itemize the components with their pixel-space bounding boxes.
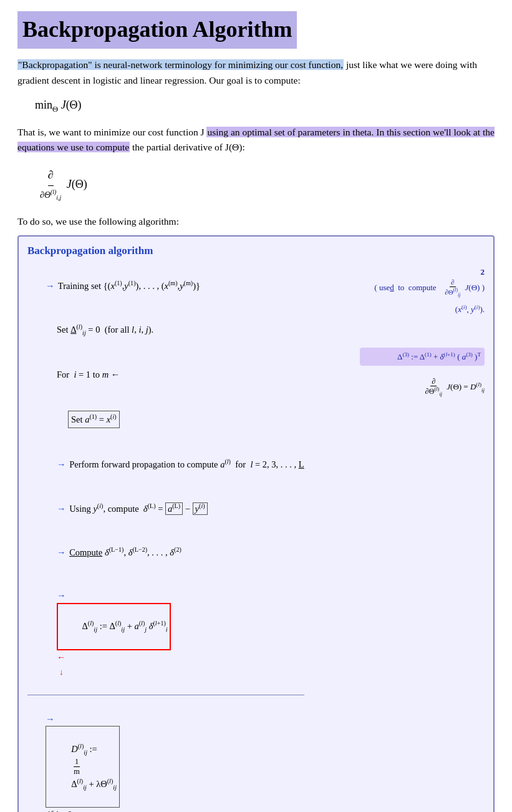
partial-fraction: ∂ ∂Θ(l)i,j	[40, 167, 61, 203]
algo-line5: → Perform forward propagation to compute…	[39, 443, 304, 486]
page-title: Backpropagation Algorithm	[17, 11, 297, 49]
algo-line9: → D(l)ij := 1m Δ(l)ij + λΘ(l)ij if j ≠ 0	[27, 698, 304, 812]
partial-den: ∂Θ(l)i,j	[40, 187, 61, 203]
algo-line8: → Δ(l)ij := Δ(l)ij + a(l)j δ(l+1)i ← ↓	[39, 575, 304, 693]
algo-line7: → Compute δ(L−1), δ(L−2), . . . , δ(2)	[39, 531, 304, 573]
right-note2: (x(i), y(i)).	[360, 303, 485, 316]
algo-line3: For i = 1 to m ←	[39, 353, 304, 395]
algo-line2: Set Δ(l)ij = 0 (for all l, i, j).	[39, 308, 304, 352]
algo-line1: → Training set {(x(1),y(1)), . . . , (x(…	[27, 265, 304, 307]
delta-update-box: Δ(l)ij := Δ(l)ij + a(l)j δ(l+1)i	[57, 603, 171, 650]
right-note3: Δ(3) := Δ(1) + δ(l+1) ( a(3) )T	[360, 348, 485, 366]
algo-line4: Set a(1) = x(i)	[50, 397, 304, 442]
highlight-optimal: using an optimal set of parameters in th…	[17, 127, 495, 153]
intro-para2: That is, we want to minimize our cost fu…	[17, 125, 495, 156]
algorithm-box: Backpropagation algorithm → Training set…	[17, 235, 495, 812]
algo-left: → Training set {(x(1),y(1)), . . . , (x(…	[27, 263, 304, 812]
todo-text: To do so, we use the following algorithm…	[17, 214, 495, 230]
algo-right-panel: 2 ( used to compute ∂∂Θ(l)ij J(Θ) ) (x(i…	[360, 263, 485, 398]
algo-content: → Training set {(x(1),y(1)), . . . , (x(…	[27, 263, 485, 812]
algo-line6: → Using y(i), compute δ(L) = a(L) − y(i)	[39, 487, 304, 529]
partial-rhs: J(Θ)	[64, 176, 87, 193]
intro-para1: "Backpropagation" is neural-network term…	[17, 57, 495, 89]
highlight-backprop: "Backpropagation" is neural-network term…	[17, 59, 344, 70]
right-note1: 2 ( used to compute ∂∂Θ(l)ij J(Θ) )	[360, 266, 485, 298]
min-equation: minΘ J(Θ)	[35, 97, 495, 115]
partial-derivative-block: ∂ ∂Θ(l)i,j J(Θ)	[40, 167, 495, 203]
right-note4: ∂∂Θ(l)ij J(Θ) = D(l)ij	[360, 377, 485, 398]
partial-num: ∂	[48, 167, 54, 186]
algo-title: Backpropagation algorithm	[27, 243, 485, 259]
